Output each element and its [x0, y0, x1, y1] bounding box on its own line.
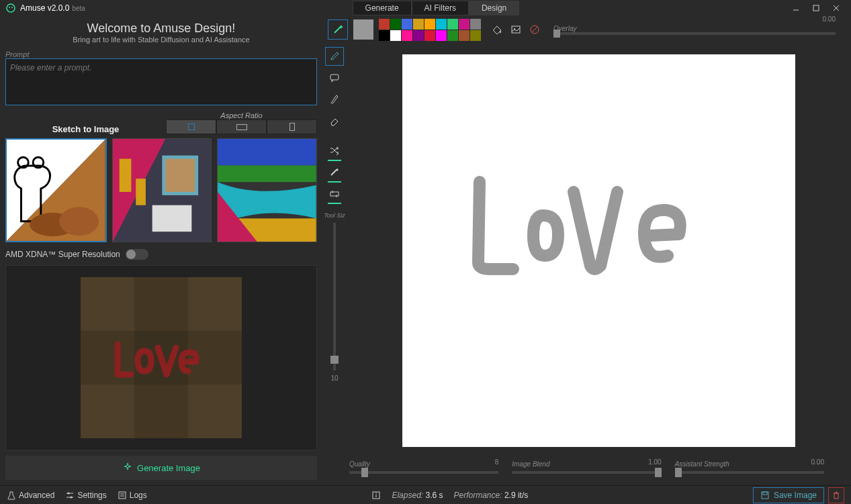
beta-label: beta [72, 5, 85, 12]
pencil-tool[interactable] [325, 47, 344, 66]
palette-swatch[interactable] [459, 19, 469, 30]
palette-swatch[interactable] [402, 19, 412, 30]
welcome-title: Welcome to Amuse Design! [5, 21, 317, 36]
tab-ai-filters[interactable]: AI Filters [412, 1, 469, 15]
shuffle-tool[interactable] [325, 141, 344, 160]
info-button[interactable] [371, 491, 381, 500]
tab-design[interactable]: Design [469, 1, 519, 15]
status-bar: Advanced Settings Logs Elapsed: 3.6 s Pe… [0, 485, 851, 504]
adjust-tool[interactable] [325, 184, 344, 203]
trash-icon [832, 491, 840, 499]
palette-swatch[interactable] [390, 19, 401, 30]
magic-wand-icon [332, 23, 344, 36]
delete-button[interactable] [828, 487, 844, 503]
quality-label: Quality [349, 460, 370, 468]
palette-swatch[interactable] [436, 30, 447, 41]
image-blend-slider[interactable] [512, 471, 661, 474]
assistant-strength-slider[interactable] [675, 471, 824, 474]
palette-swatch[interactable] [413, 30, 424, 41]
advanced-button[interactable]: Advanced [7, 491, 54, 500]
palette-swatch[interactable] [447, 19, 458, 30]
assistant-strength-label: Assistant Strength [675, 460, 729, 468]
magic-wand-button[interactable] [328, 19, 348, 40]
svg-line-37 [532, 27, 537, 32]
image-blend-label: Image Blend [512, 460, 549, 468]
maximize-button[interactable] [807, 1, 825, 15]
current-color-swatch[interactable] [353, 19, 373, 40]
svg-rect-31 [134, 385, 188, 438]
svg-point-2 [11, 7, 13, 8]
palette-swatch[interactable] [470, 30, 481, 41]
minimize-button[interactable] [787, 1, 805, 15]
save-image-button[interactable]: Save Image [753, 487, 824, 503]
flask-icon [7, 491, 16, 500]
welcome-subtitle: Bring art to life with Stable Diffusion … [5, 36, 317, 44]
svg-rect-18 [165, 159, 195, 192]
brush-tool[interactable] [325, 90, 344, 109]
canvas-toolbar: Overlay 0.00 [322, 16, 851, 43]
preset-landscape-thumb[interactable] [217, 138, 317, 242]
aspect-ratio-label: Aspect Ratio [220, 111, 262, 119]
tool-size-slider[interactable] [333, 223, 336, 370]
palette-swatch[interactable] [379, 30, 390, 41]
svg-point-12 [59, 207, 99, 236]
prompt-input[interactable] [5, 58, 317, 105]
quality-slider[interactable] [349, 471, 498, 474]
aspect-landscape-button[interactable] [216, 119, 267, 134]
overlay-label: Overlay [553, 25, 836, 32]
aspect-square-button[interactable] [166, 119, 216, 134]
palette-swatch[interactable] [447, 30, 458, 41]
sketch-to-image-title: Sketch to Image [5, 124, 166, 134]
super-resolution-toggle[interactable] [126, 249, 148, 260]
svg-rect-27 [188, 277, 242, 331]
aspect-portrait-button[interactable] [267, 119, 317, 134]
palette-swatch[interactable] [459, 30, 469, 41]
right-panel: Overlay 0.00 Tool Siz 10 [322, 16, 851, 485]
overlay-slider[interactable] [553, 32, 836, 35]
save-icon [760, 491, 770, 500]
palette-swatch[interactable] [390, 30, 401, 41]
svg-point-46 [71, 496, 73, 498]
performance-text: Performance: 2.9 it/s [454, 491, 529, 500]
svg-rect-30 [81, 385, 134, 438]
fill-bucket-icon[interactable] [490, 23, 504, 36]
preset-interior-thumb[interactable] [112, 138, 212, 242]
logs-icon [118, 491, 127, 500]
elapsed-text: Elapsed: 3.6 s [392, 491, 443, 500]
image-icon[interactable] [509, 23, 523, 36]
chat-tool[interactable] [325, 68, 344, 87]
svg-rect-47 [119, 492, 126, 499]
tool-size-value: 10 [330, 374, 338, 382]
tab-generate[interactable]: Generate [353, 1, 412, 15]
close-button[interactable] [827, 1, 846, 15]
svg-rect-15 [119, 159, 131, 192]
palette-swatch[interactable] [470, 19, 481, 30]
title-bar: Amuse v2.0.0 beta Generate AI Filters De… [0, 0, 851, 16]
settings-button[interactable]: Settings [65, 491, 106, 500]
palette-swatch[interactable] [379, 19, 390, 30]
overlay-value: 0.00 [823, 15, 836, 23]
palette-swatch[interactable] [424, 19, 435, 30]
eraser-tool[interactable] [325, 111, 344, 130]
generate-button-label: Generate Image [137, 463, 200, 473]
svg-rect-16 [136, 179, 146, 205]
cancel-icon[interactable] [528, 23, 541, 36]
output-preview [5, 265, 317, 450]
info-icon [371, 491, 381, 500]
palette-swatch[interactable] [413, 19, 424, 30]
drawing-canvas[interactable] [402, 54, 795, 447]
palette-swatch[interactable] [402, 30, 412, 41]
svg-rect-25 [81, 277, 134, 331]
svg-point-52 [376, 493, 377, 494]
preset-sketch-thumb[interactable] [5, 138, 107, 242]
svg-rect-21 [218, 165, 316, 182]
palette-swatch[interactable] [436, 19, 447, 30]
enhance-tool[interactable] [325, 162, 344, 181]
svg-line-39 [331, 170, 337, 175]
super-resolution-label: AMD XDNA™ Super Resolution [5, 250, 120, 259]
logs-button[interactable]: Logs [118, 491, 147, 500]
svg-rect-40 [330, 192, 339, 196]
quality-value: 8 [495, 458, 499, 466]
generate-image-button[interactable]: Generate Image [5, 456, 317, 480]
palette-swatch[interactable] [424, 30, 435, 41]
